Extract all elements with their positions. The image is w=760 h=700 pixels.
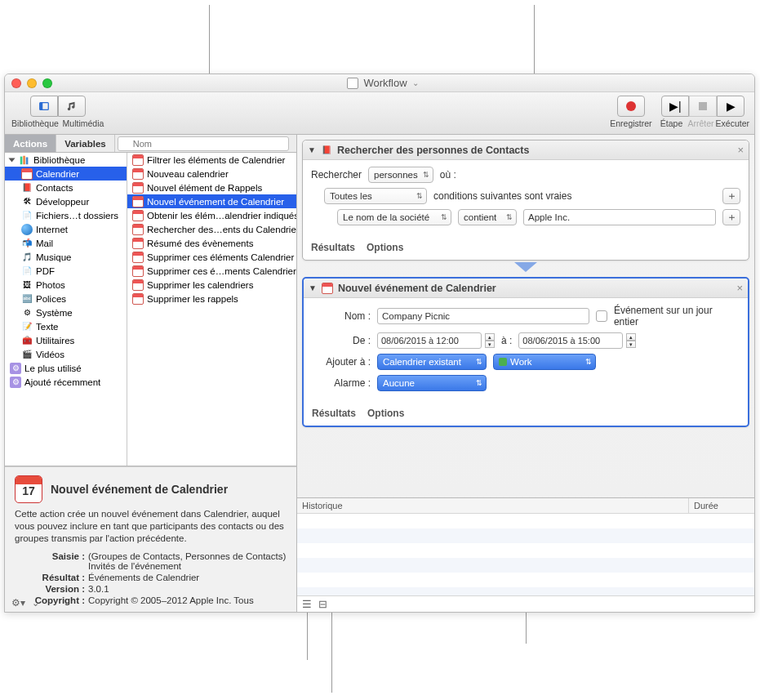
category-system[interactable]: ⚙Système [5, 305, 127, 319]
category-videos[interactable]: 🎬Vidéos [5, 347, 127, 361]
chevron-updown-icon: ⇅ [441, 213, 447, 221]
addto-select[interactable]: Calendrier existant⇅ [377, 354, 487, 370]
stop-icon [699, 102, 707, 110]
allday-checkbox[interactable] [596, 310, 607, 322]
chevron-updown-icon: ⇅ [506, 213, 513, 221]
find-type-select[interactable]: personnes⇅ [368, 167, 433, 183]
alarm-select[interactable]: Aucune⇅ [377, 375, 487, 391]
action-find-contacts[interactable]: ▼ 📕 Rechercher des personnes de Contacts… [302, 140, 749, 261]
action-new-calendar-event[interactable]: ▼ Nouvel événement de Calendrier × Nom :… [302, 277, 749, 427]
collapse-icon[interactable]: ⌄ [32, 598, 39, 609]
workflow-canvas[interactable]: ▼ 📕 Rechercher des personnes de Contacts… [297, 135, 754, 497]
run-button[interactable]: ▶ [717, 96, 744, 117]
utilities-icon: 🧰 [21, 335, 33, 346]
log-col-duration[interactable]: Durée [689, 498, 754, 513]
field-select[interactable]: Le nom de la société⇅ [337, 209, 451, 225]
action-item[interactable]: Supprimer les rappels [127, 292, 296, 305]
action-item[interactable]: Nouveau calendrier [127, 167, 296, 181]
category-contacts[interactable]: 📕Contacts [5, 181, 127, 194]
from-date-input[interactable]: 08/06/2015 à 12:00 [377, 332, 482, 349]
operator-select[interactable]: contient⇅ [458, 209, 517, 225]
log-col-history[interactable]: Historique [297, 498, 689, 513]
action-item[interactable]: Supprimer les calendriers [127, 278, 296, 292]
disclosure-triangle-icon[interactable] [9, 158, 16, 162]
close-icon[interactable]: × [736, 282, 743, 294]
zoom-window-button[interactable] [42, 78, 52, 88]
action-item[interactable]: Nouvel événement de Calendrier [127, 194, 296, 208]
calendar-icon [132, 293, 144, 305]
svg-rect-2 [20, 156, 23, 164]
chevron-updown-icon: ⇅ [585, 358, 592, 366]
contacts-icon: 📕 [21, 182, 33, 194]
close-window-button[interactable] [11, 78, 21, 88]
media-toggle-button[interactable] [58, 96, 86, 117]
results-button[interactable]: Résultats [311, 242, 355, 253]
action-item[interactable]: Rechercher des…ents du Calendrier [127, 222, 296, 236]
add-row-button[interactable]: ＋ [722, 209, 740, 225]
log-rows[interactable] [297, 514, 754, 595]
gear-icon[interactable]: ⚙▾ [11, 597, 25, 609]
description-pane: Nouvel événement de Calendrier Cette act… [5, 466, 296, 612]
category-files[interactable]: 📄Fichiers…t dossiers [5, 208, 127, 222]
search-input[interactable] [118, 136, 289, 151]
pdf-icon: 📄 [21, 265, 33, 277]
calendar-icon [132, 252, 144, 263]
smart-most-used[interactable]: ⚙Le plus utilisé [5, 361, 127, 375]
stop-label: Arrêter [687, 118, 716, 128]
category-utilities[interactable]: 🧰Utilitaires [5, 333, 127, 347]
action-item[interactable]: Filtrer les éléments de Calendrier [127, 153, 296, 167]
category-developer[interactable]: 🛠Développeur [5, 194, 127, 208]
to-stepper[interactable]: ▴▾ [626, 333, 636, 348]
category-music[interactable]: 🎵Musique [5, 250, 127, 264]
category-text[interactable]: 📝Texte [5, 319, 127, 333]
minimize-window-button[interactable] [27, 78, 37, 88]
workflow-area: ▼ 📕 Rechercher des personnes de Contacts… [297, 135, 754, 612]
category-internet[interactable]: Internet [5, 222, 127, 236]
library-category-list[interactable]: Bibliothèque Calendrier 📕Contacts 🛠Dével… [5, 153, 127, 466]
action-item[interactable]: Nouvel élément de Rappels [127, 181, 296, 194]
app-window: Workflow ⌄ Bibliothèque Multimédia [4, 74, 755, 613]
library-toggle-button[interactable] [30, 96, 58, 117]
results-button[interactable]: Résultats [312, 408, 356, 419]
options-button[interactable]: Options [367, 242, 403, 253]
from-stepper[interactable]: ▴▾ [485, 333, 495, 348]
disclosure-triangle-icon[interactable]: ▼ [309, 283, 317, 292]
action-item[interactable]: Supprimer ces éléments Calendrier [127, 250, 296, 264]
calendar-icon [132, 238, 144, 249]
category-fonts[interactable]: 🔤Polices [5, 292, 127, 305]
category-pdf[interactable]: 📄PDF [5, 264, 127, 278]
chevron-down-icon[interactable]: ⌄ [412, 78, 419, 87]
library-root[interactable]: Bibliothèque [5, 153, 127, 167]
log-view-list-icon[interactable]: ☰ [302, 598, 312, 610]
scope-select[interactable]: Toutes les⇅ [324, 188, 427, 204]
disclosure-triangle-icon[interactable]: ▼ [308, 145, 316, 154]
smart-recent[interactable]: ⚙Ajouté récemment [5, 375, 127, 389]
log-view-detail-icon[interactable]: ⊟ [318, 598, 327, 610]
tab-variables[interactable]: Variables [56, 135, 115, 152]
record-icon [626, 101, 636, 111]
action-title: Nouvel événement de Calendrier [338, 283, 496, 294]
category-photos[interactable]: 🖼Photos [5, 278, 127, 292]
add-condition-button[interactable]: ＋ [722, 188, 740, 204]
tab-actions[interactable]: Actions [5, 135, 56, 152]
sidebar: Actions Variables 🔍 Bibliothèque Calendr… [5, 135, 297, 612]
music-icon [66, 100, 78, 112]
category-mail[interactable]: 📬Mail [5, 236, 127, 250]
stop-button[interactable] [689, 96, 717, 117]
step-button[interactable]: ▶| [661, 96, 689, 117]
category-calendar[interactable]: Calendrier [5, 167, 127, 181]
actions-list[interactable]: Filtrer les éléments de CalendrierNouvea… [127, 153, 296, 466]
calendar-icon [132, 279, 144, 291]
record-button[interactable] [617, 96, 645, 117]
action-item[interactable]: Obtenir les élém…alendrier indiqués [127, 208, 296, 222]
step-label: Étape [657, 118, 687, 128]
options-button[interactable]: Options [367, 408, 404, 419]
action-item[interactable]: Supprimer ces é…ments Calendrier [127, 264, 296, 278]
action-item[interactable]: Résumé des évènements [127, 236, 296, 250]
svg-rect-3 [23, 155, 25, 164]
event-name-input[interactable]: Company Picnic [377, 308, 589, 324]
value-input[interactable]: Apple Inc. [523, 209, 716, 225]
close-icon[interactable]: × [737, 144, 744, 156]
to-date-input[interactable]: 08/06/2015 à 15:00 [518, 332, 623, 349]
calendar-select[interactable]: Work⇅ [493, 354, 596, 370]
